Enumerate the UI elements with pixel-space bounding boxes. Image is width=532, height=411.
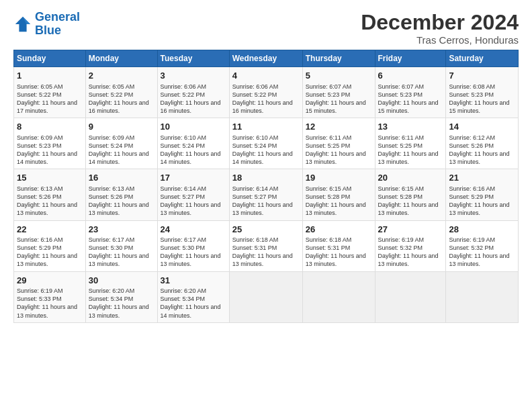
day-number: 22 — [17, 224, 83, 236]
day-detail: Daylight: 11 hours and 13 minutes. — [378, 252, 443, 268]
day-detail: Daylight: 11 hours and 17 minutes. — [17, 99, 83, 115]
day-detail: Sunset: 5:23 PM — [378, 91, 443, 99]
day-detail: Sunrise: 6:10 AM — [232, 134, 300, 142]
calendar-week-2: 8Sunrise: 6:09 AMSunset: 5:23 PMDaylight… — [14, 118, 519, 169]
day-detail: Sunrise: 6:12 AM — [449, 134, 515, 142]
day-number: 6 — [378, 70, 443, 82]
day-detail: Daylight: 11 hours and 13 minutes. — [449, 201, 515, 217]
calendar-cell: 20Sunrise: 6:15 AMSunset: 5:28 PMDayligh… — [375, 169, 446, 220]
calendar-cell: 17Sunrise: 6:14 AMSunset: 5:27 PMDayligh… — [157, 169, 229, 220]
calendar-cell: 12Sunrise: 6:11 AMSunset: 5:25 PMDayligh… — [302, 118, 375, 169]
day-detail: Daylight: 11 hours and 13 minutes. — [378, 150, 443, 166]
day-detail: Sunset: 5:23 PM — [17, 142, 83, 150]
calendar-cell: 30Sunrise: 6:20 AMSunset: 5:34 PMDayligh… — [85, 271, 157, 322]
calendar-cell: 22Sunrise: 6:16 AMSunset: 5:29 PMDayligh… — [14, 220, 86, 271]
day-detail: Sunrise: 6:14 AM — [232, 185, 300, 193]
calendar-header-wednesday: Wednesday — [229, 50, 302, 67]
day-detail: Sunrise: 6:17 AM — [89, 236, 154, 244]
day-detail: Daylight: 11 hours and 13 minutes. — [306, 252, 372, 268]
day-detail: Sunrise: 6:17 AM — [161, 236, 226, 244]
calendar-cell: 15Sunrise: 6:13 AMSunset: 5:26 PMDayligh… — [14, 169, 86, 220]
day-detail: Sunrise: 6:18 AM — [306, 236, 372, 244]
day-detail: Sunrise: 6:16 AM — [17, 236, 83, 244]
day-detail: Sunrise: 6:10 AM — [161, 134, 226, 142]
day-number: 2 — [89, 70, 154, 82]
day-detail: Daylight: 11 hours and 13 minutes. — [89, 252, 154, 268]
calendar-cell: 29Sunrise: 6:19 AMSunset: 5:33 PMDayligh… — [14, 271, 86, 322]
calendar-header-monday: Monday — [85, 50, 157, 67]
calendar-table: SundayMondayTuesdayWednesdayThursdayFrid… — [13, 50, 519, 323]
day-detail: Sunset: 5:25 PM — [306, 142, 372, 150]
day-detail: Sunset: 5:26 PM — [449, 142, 515, 150]
day-detail: Sunrise: 6:08 AM — [449, 83, 515, 91]
day-number: 27 — [378, 224, 443, 236]
day-detail: Sunset: 5:28 PM — [378, 193, 443, 201]
day-number: 3 — [161, 70, 226, 82]
calendar-cell: 25Sunrise: 6:18 AMSunset: 5:31 PMDayligh… — [229, 220, 302, 271]
day-detail: Daylight: 11 hours and 13 minutes. — [306, 201, 372, 217]
day-detail: Sunset: 5:28 PM — [306, 193, 372, 201]
day-detail: Sunrise: 6:14 AM — [161, 185, 226, 193]
logo-text: General Blue — [35, 11, 80, 38]
day-number: 17 — [161, 172, 226, 184]
day-detail: Sunrise: 6:20 AM — [89, 287, 154, 295]
day-number: 29 — [17, 275, 83, 287]
calendar-cell: 23Sunrise: 6:17 AMSunset: 5:30 PMDayligh… — [85, 220, 157, 271]
day-detail: Daylight: 11 hours and 13 minutes. — [161, 201, 226, 217]
day-detail: Sunset: 5:29 PM — [17, 244, 83, 252]
day-detail: Sunset: 5:33 PM — [17, 295, 83, 303]
day-detail: Daylight: 11 hours and 13 minutes. — [232, 252, 300, 268]
day-number: 1 — [17, 70, 83, 82]
day-number: 15 — [17, 172, 83, 184]
calendar-cell: 5Sunrise: 6:07 AMSunset: 5:23 PMDaylight… — [302, 67, 375, 118]
day-detail: Daylight: 11 hours and 13 minutes. — [232, 201, 300, 217]
day-number: 20 — [378, 172, 443, 184]
day-detail: Daylight: 11 hours and 13 minutes. — [449, 150, 515, 166]
calendar-cell: 31Sunrise: 6:20 AMSunset: 5:34 PMDayligh… — [157, 271, 229, 322]
day-number: 23 — [89, 224, 154, 236]
day-detail: Sunset: 5:22 PM — [161, 91, 226, 99]
day-detail: Daylight: 11 hours and 16 minutes. — [161, 99, 226, 115]
day-detail: Sunrise: 6:05 AM — [89, 83, 154, 91]
day-detail: Sunset: 5:31 PM — [306, 244, 372, 252]
calendar-header-row: SundayMondayTuesdayWednesdayThursdayFrid… — [14, 50, 519, 67]
calendar-cell: 1Sunrise: 6:05 AMSunset: 5:22 PMDaylight… — [14, 67, 86, 118]
calendar-week-4: 22Sunrise: 6:16 AMSunset: 5:29 PMDayligh… — [14, 220, 519, 271]
day-detail: Daylight: 11 hours and 13 minutes. — [89, 201, 154, 217]
calendar-cell: 9Sunrise: 6:09 AMSunset: 5:24 PMDaylight… — [85, 118, 157, 169]
day-detail: Sunset: 5:24 PM — [89, 142, 154, 150]
day-detail: Daylight: 11 hours and 13 minutes. — [161, 252, 226, 268]
calendar-header-friday: Friday — [375, 50, 446, 67]
day-detail: Daylight: 11 hours and 13 minutes. — [449, 252, 515, 268]
day-detail: Sunrise: 6:09 AM — [17, 134, 83, 142]
day-detail: Sunset: 5:27 PM — [161, 193, 226, 201]
day-detail: Sunset: 5:30 PM — [89, 244, 154, 252]
day-detail: Sunrise: 6:09 AM — [89, 134, 154, 142]
day-detail: Sunset: 5:23 PM — [449, 91, 515, 99]
day-detail: Sunset: 5:22 PM — [232, 91, 300, 99]
day-detail: Daylight: 11 hours and 14 minutes. — [161, 303, 226, 319]
day-detail: Daylight: 11 hours and 13 minutes. — [89, 303, 154, 319]
calendar-cell: 8Sunrise: 6:09 AMSunset: 5:23 PMDaylight… — [14, 118, 86, 169]
calendar-cell: 6Sunrise: 6:07 AMSunset: 5:23 PMDaylight… — [375, 67, 446, 118]
day-detail: Sunset: 5:34 PM — [161, 295, 226, 303]
day-number: 11 — [232, 121, 300, 133]
day-detail: Sunrise: 6:11 AM — [306, 134, 372, 142]
day-detail: Sunrise: 6:19 AM — [17, 287, 83, 295]
calendar-header-thursday: Thursday — [302, 50, 375, 67]
day-detail: Sunset: 5:32 PM — [449, 244, 515, 252]
day-detail: Sunrise: 6:16 AM — [449, 185, 515, 193]
calendar-week-1: 1Sunrise: 6:05 AMSunset: 5:22 PMDaylight… — [14, 67, 519, 118]
calendar-cell: 18Sunrise: 6:14 AMSunset: 5:27 PMDayligh… — [229, 169, 302, 220]
calendar-cell: 19Sunrise: 6:15 AMSunset: 5:28 PMDayligh… — [302, 169, 375, 220]
day-detail: Sunrise: 6:13 AM — [89, 185, 154, 193]
header: General Blue December 2024 Tras Cerros, … — [13, 11, 519, 46]
calendar-week-5: 29Sunrise: 6:19 AMSunset: 5:33 PMDayligh… — [14, 271, 519, 322]
day-detail: Sunset: 5:22 PM — [17, 91, 83, 99]
logo: General Blue — [13, 11, 80, 38]
day-detail: Daylight: 11 hours and 14 minutes. — [161, 150, 226, 166]
day-number: 24 — [161, 224, 226, 236]
calendar-cell: 21Sunrise: 6:16 AMSunset: 5:29 PMDayligh… — [446, 169, 519, 220]
day-number: 10 — [161, 121, 226, 133]
day-detail: Sunrise: 6:15 AM — [378, 185, 443, 193]
